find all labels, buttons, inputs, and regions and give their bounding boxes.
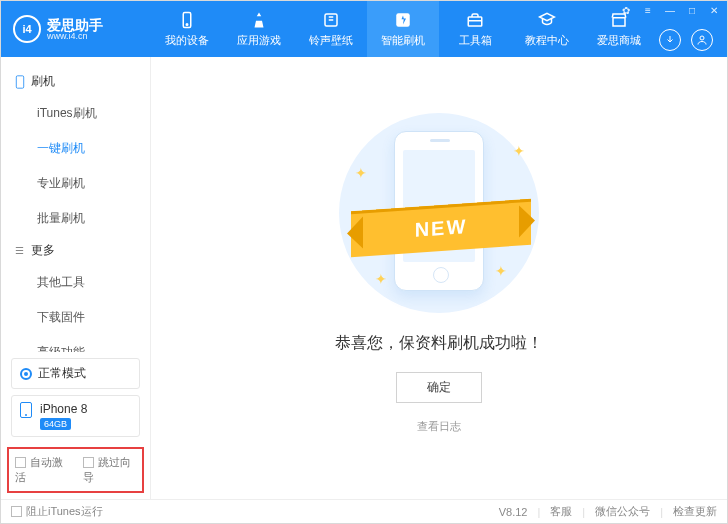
- wechat-link[interactable]: 微信公众号: [595, 504, 650, 519]
- app-name: 爱思助手: [47, 18, 103, 32]
- view-log-link[interactable]: 查看日志: [417, 419, 461, 434]
- user-icon[interactable]: [691, 29, 713, 51]
- tab-tutorial[interactable]: 教程中心: [511, 1, 583, 57]
- app-url: www.i4.cn: [47, 32, 103, 41]
- check-update-link[interactable]: 检查更新: [673, 504, 717, 519]
- mode-indicator-icon: [20, 368, 32, 380]
- download-icon[interactable]: [659, 29, 681, 51]
- window-controls: ✿ ≡ — □ ✕: [619, 3, 721, 17]
- sparkle-icon: ✦: [495, 263, 507, 279]
- sidebar-item-onekey-flash[interactable]: 一键刷机: [37, 131, 150, 166]
- app-icon: [249, 10, 269, 30]
- tab-label: 工具箱: [459, 33, 492, 48]
- phone-icon: [177, 10, 197, 30]
- tab-label: 铃声壁纸: [309, 33, 353, 48]
- confirm-button[interactable]: 确定: [396, 372, 482, 403]
- tab-label: 智能刷机: [381, 33, 425, 48]
- tab-label: 教程中心: [525, 33, 569, 48]
- sidebar-item-download-firmware[interactable]: 下载固件: [37, 300, 150, 335]
- tab-my-device[interactable]: 我的设备: [151, 1, 223, 57]
- checkbox-icon: [83, 457, 94, 468]
- svg-point-5: [700, 36, 704, 40]
- device-storage-badge: 64GB: [40, 418, 71, 430]
- success-message: 恭喜您，保资料刷机成功啦！: [335, 333, 543, 354]
- sidebar-item-other-tools[interactable]: 其他工具: [37, 265, 150, 300]
- checkbox-icon: [11, 506, 22, 517]
- main-tabs: 我的设备 应用游戏 铃声壁纸 智能刷机 工具箱: [151, 1, 655, 57]
- phone-outline-icon: [15, 75, 25, 89]
- device-mode-box[interactable]: 正常模式: [11, 358, 140, 389]
- tab-label: 应用游戏: [237, 33, 281, 48]
- version-label: V8.12: [499, 506, 528, 518]
- logo-icon: i4: [13, 15, 41, 43]
- svg-rect-3: [396, 13, 410, 27]
- device-phone-icon: [20, 402, 32, 418]
- tutorial-icon: [537, 10, 557, 30]
- tab-label: 我的设备: [165, 33, 209, 48]
- toolbox-icon: [465, 10, 485, 30]
- minimize-icon[interactable]: —: [663, 3, 677, 17]
- sparkle-icon: ✦: [375, 271, 387, 287]
- option-auto-activate[interactable]: 自动激活: [15, 455, 69, 485]
- maximize-icon[interactable]: □: [685, 3, 699, 17]
- sidebar: 刷机 iTunes刷机 一键刷机 专业刷机 批量刷机 ☰ 更多 其他工具 下载固…: [1, 57, 151, 499]
- success-illustration: NEW ✦ ✦ ✦ ✦: [329, 113, 549, 313]
- sidebar-item-advanced[interactable]: 高级功能: [37, 335, 150, 352]
- support-link[interactable]: 客服: [550, 504, 572, 519]
- sidebar-item-itunes-flash[interactable]: iTunes刷机: [37, 96, 150, 131]
- logo-area: i4 爱思助手 www.i4.cn: [1, 15, 151, 43]
- sidebar-group-more[interactable]: ☰ 更多: [1, 236, 150, 265]
- sidebar-item-batch-flash[interactable]: 批量刷机: [37, 201, 150, 236]
- tab-label: 爱思商城: [597, 33, 641, 48]
- option-skip-guide[interactable]: 跳过向导: [83, 455, 137, 485]
- sidebar-group-label: 刷机: [31, 73, 55, 90]
- device-mode-label: 正常模式: [38, 365, 86, 382]
- block-itunes-label: 阻止iTunes运行: [26, 505, 103, 517]
- music-icon: [321, 10, 341, 30]
- svg-point-1: [186, 24, 188, 26]
- tab-apps[interactable]: 应用游戏: [223, 1, 295, 57]
- app-header: i4 爱思助手 www.i4.cn 我的设备 应用游戏 铃声壁纸: [1, 1, 727, 57]
- tab-flash[interactable]: 智能刷机: [367, 1, 439, 57]
- status-bar: 阻止iTunes运行 V8.12 | 客服 | 微信公众号 | 检查更新: [1, 499, 727, 523]
- close-icon[interactable]: ✕: [707, 3, 721, 17]
- device-name: iPhone 8: [40, 402, 87, 416]
- sparkle-icon: ✦: [513, 143, 525, 159]
- menu-icon[interactable]: ≡: [641, 3, 655, 17]
- tab-toolbox[interactable]: 工具箱: [439, 1, 511, 57]
- checkbox-icon: [15, 457, 26, 468]
- skin-icon[interactable]: ✿: [619, 3, 633, 17]
- sparkle-icon: ✦: [355, 165, 367, 181]
- flash-icon: [393, 10, 413, 30]
- sidebar-group-label: 更多: [31, 242, 55, 259]
- options-highlight-box: 自动激活 跳过向导: [7, 447, 144, 493]
- device-info-box[interactable]: iPhone 8 64GB: [11, 395, 140, 437]
- tab-ringtones[interactable]: 铃声壁纸: [295, 1, 367, 57]
- svg-rect-6: [16, 75, 23, 87]
- list-icon: ☰: [15, 245, 25, 256]
- sidebar-item-pro-flash[interactable]: 专业刷机: [37, 166, 150, 201]
- main-content: NEW ✦ ✦ ✦ ✦ 恭喜您，保资料刷机成功啦！ 确定 查看日志: [151, 57, 727, 499]
- block-itunes-checkbox[interactable]: 阻止iTunes运行: [11, 504, 103, 519]
- sidebar-group-flash[interactable]: 刷机: [1, 67, 150, 96]
